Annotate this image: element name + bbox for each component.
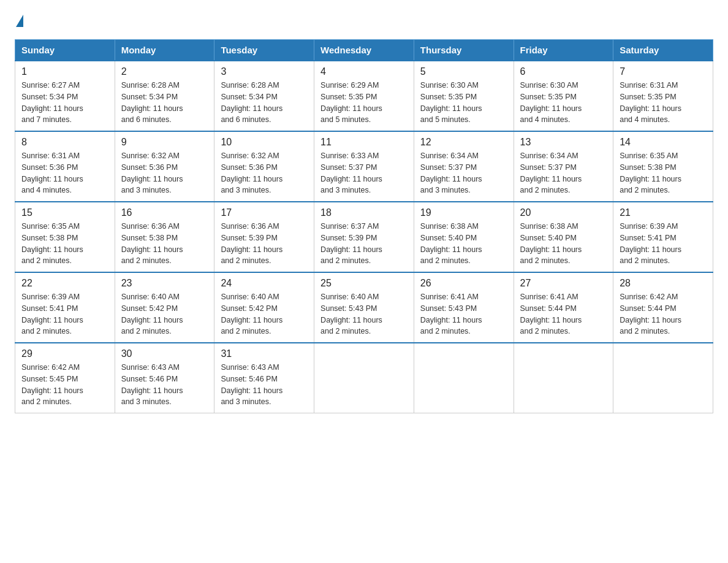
header-sunday: Sunday [15,40,115,61]
calendar-cell: 5 Sunrise: 6:30 AM Sunset: 5:35 PM Dayli… [414,61,514,131]
day-number: 9 [121,137,208,148]
calendar-cell: 28 Sunrise: 6:42 AM Sunset: 5:44 PM Dayl… [613,272,713,343]
calendar-week-row: 22 Sunrise: 6:39 AM Sunset: 5:41 PM Dayl… [15,272,713,343]
day-number: 8 [21,137,108,148]
day-number: 18 [320,207,408,218]
day-number: 22 [21,278,108,289]
day-info: Sunrise: 6:34 AM Sunset: 5:37 PM Dayligh… [520,150,607,196]
day-number: 30 [121,348,208,359]
day-number: 28 [620,278,707,289]
calendar-cell: 31 Sunrise: 6:43 AM Sunset: 5:46 PM Dayl… [214,343,314,413]
calendar-cell: 9 Sunrise: 6:32 AM Sunset: 5:36 PM Dayli… [115,131,214,202]
day-info: Sunrise: 6:35 AM Sunset: 5:38 PM Dayligh… [21,221,108,267]
day-number: 24 [221,278,308,289]
day-info: Sunrise: 6:43 AM Sunset: 5:46 PM Dayligh… [221,362,308,408]
day-number: 21 [620,207,707,218]
day-number: 2 [121,66,208,77]
day-info: Sunrise: 6:42 AM Sunset: 5:45 PM Dayligh… [21,362,108,408]
day-number: 20 [520,207,607,218]
day-info: Sunrise: 6:38 AM Sunset: 5:40 PM Dayligh… [420,221,507,267]
day-info: Sunrise: 6:31 AM Sunset: 5:36 PM Dayligh… [21,150,108,196]
day-info: Sunrise: 6:32 AM Sunset: 5:36 PM Dayligh… [121,150,208,196]
day-info: Sunrise: 6:36 AM Sunset: 5:39 PM Dayligh… [221,221,308,267]
day-info: Sunrise: 6:41 AM Sunset: 5:44 PM Dayligh… [520,291,607,337]
day-info: Sunrise: 6:40 AM Sunset: 5:43 PM Dayligh… [320,291,408,337]
day-info: Sunrise: 6:31 AM Sunset: 5:35 PM Dayligh… [620,80,707,126]
calendar-cell: 27 Sunrise: 6:41 AM Sunset: 5:44 PM Dayl… [514,272,613,343]
calendar-cell [613,343,713,413]
day-info: Sunrise: 6:30 AM Sunset: 5:35 PM Dayligh… [520,80,607,126]
calendar-cell: 21 Sunrise: 6:39 AM Sunset: 5:41 PM Dayl… [613,202,713,272]
calendar-cell: 24 Sunrise: 6:40 AM Sunset: 5:42 PM Dayl… [214,272,314,343]
calendar-cell: 29 Sunrise: 6:42 AM Sunset: 5:45 PM Dayl… [15,343,115,413]
day-number: 11 [320,137,408,148]
header-friday: Friday [514,40,613,61]
day-info: Sunrise: 6:28 AM Sunset: 5:34 PM Dayligh… [121,80,208,126]
day-number: 27 [520,278,607,289]
day-number: 13 [520,137,607,148]
calendar-cell [514,343,613,413]
calendar-cell: 12 Sunrise: 6:34 AM Sunset: 5:37 PM Dayl… [414,131,514,202]
calendar-week-row: 1 Sunrise: 6:27 AM Sunset: 5:34 PM Dayli… [15,61,713,131]
calendar-cell: 16 Sunrise: 6:36 AM Sunset: 5:38 PM Dayl… [115,202,214,272]
day-info: Sunrise: 6:34 AM Sunset: 5:37 PM Dayligh… [420,150,507,196]
calendar-cell: 19 Sunrise: 6:38 AM Sunset: 5:40 PM Dayl… [414,202,514,272]
calendar-cell: 14 Sunrise: 6:35 AM Sunset: 5:38 PM Dayl… [613,131,713,202]
header-saturday: Saturday [613,40,713,61]
calendar-cell: 1 Sunrise: 6:27 AM Sunset: 5:34 PM Dayli… [15,61,115,131]
calendar-week-row: 15 Sunrise: 6:35 AM Sunset: 5:38 PM Dayl… [15,202,713,272]
day-info: Sunrise: 6:38 AM Sunset: 5:40 PM Dayligh… [520,221,607,267]
day-number: 31 [221,348,308,359]
calendar-cell: 3 Sunrise: 6:28 AM Sunset: 5:34 PM Dayli… [214,61,314,131]
day-info: Sunrise: 6:40 AM Sunset: 5:42 PM Dayligh… [121,291,208,337]
day-number: 10 [221,137,308,148]
calendar-cell: 26 Sunrise: 6:41 AM Sunset: 5:43 PM Dayl… [414,272,514,343]
day-number: 3 [221,66,308,77]
day-number: 1 [21,66,108,77]
day-info: Sunrise: 6:37 AM Sunset: 5:39 PM Dayligh… [320,221,408,267]
day-info: Sunrise: 6:43 AM Sunset: 5:46 PM Dayligh… [121,362,208,408]
header-wednesday: Wednesday [314,40,414,61]
calendar-cell: 6 Sunrise: 6:30 AM Sunset: 5:35 PM Dayli… [514,61,613,131]
day-info: Sunrise: 6:39 AM Sunset: 5:41 PM Dayligh… [21,291,108,337]
calendar-cell: 17 Sunrise: 6:36 AM Sunset: 5:39 PM Dayl… [214,202,314,272]
calendar-cell [314,343,414,413]
calendar-cell: 18 Sunrise: 6:37 AM Sunset: 5:39 PM Dayl… [314,202,414,272]
day-number: 26 [420,278,507,289]
calendar-cell: 15 Sunrise: 6:35 AM Sunset: 5:38 PM Dayl… [15,202,115,272]
day-number: 25 [320,278,408,289]
day-info: Sunrise: 6:28 AM Sunset: 5:34 PM Dayligh… [221,80,308,126]
day-info: Sunrise: 6:32 AM Sunset: 5:36 PM Dayligh… [221,150,308,196]
calendar-cell: 25 Sunrise: 6:40 AM Sunset: 5:43 PM Dayl… [314,272,414,343]
day-number: 6 [520,66,607,77]
calendar-cell: 4 Sunrise: 6:29 AM Sunset: 5:35 PM Dayli… [314,61,414,131]
logo-triangle-icon [16,15,23,27]
day-number: 4 [320,66,408,77]
day-info: Sunrise: 6:29 AM Sunset: 5:35 PM Dayligh… [320,80,408,126]
page-header [15,15,713,27]
day-info: Sunrise: 6:35 AM Sunset: 5:38 PM Dayligh… [620,150,707,196]
day-number: 17 [221,207,308,218]
day-number: 7 [620,66,707,77]
calendar-cell: 11 Sunrise: 6:33 AM Sunset: 5:37 PM Dayl… [314,131,414,202]
logo [15,15,25,27]
calendar-cell [414,343,514,413]
calendar-cell: 2 Sunrise: 6:28 AM Sunset: 5:34 PM Dayli… [115,61,214,131]
calendar-cell: 7 Sunrise: 6:31 AM Sunset: 5:35 PM Dayli… [613,61,713,131]
day-info: Sunrise: 6:36 AM Sunset: 5:38 PM Dayligh… [121,221,208,267]
calendar-cell: 23 Sunrise: 6:40 AM Sunset: 5:42 PM Dayl… [115,272,214,343]
calendar-cell: 13 Sunrise: 6:34 AM Sunset: 5:37 PM Dayl… [514,131,613,202]
day-number: 16 [121,207,208,218]
calendar-cell: 30 Sunrise: 6:43 AM Sunset: 5:46 PM Dayl… [115,343,214,413]
day-number: 19 [420,207,507,218]
day-number: 23 [121,278,208,289]
day-info: Sunrise: 6:41 AM Sunset: 5:43 PM Dayligh… [420,291,507,337]
day-info: Sunrise: 6:40 AM Sunset: 5:42 PM Dayligh… [221,291,308,337]
header-tuesday: Tuesday [214,40,314,61]
day-number: 14 [620,137,707,148]
day-info: Sunrise: 6:33 AM Sunset: 5:37 PM Dayligh… [320,150,408,196]
header-monday: Monday [115,40,214,61]
calendar-cell: 10 Sunrise: 6:32 AM Sunset: 5:36 PM Dayl… [214,131,314,202]
calendar-table: SundayMondayTuesdayWednesdayThursdayFrid… [15,39,713,413]
day-number: 5 [420,66,507,77]
